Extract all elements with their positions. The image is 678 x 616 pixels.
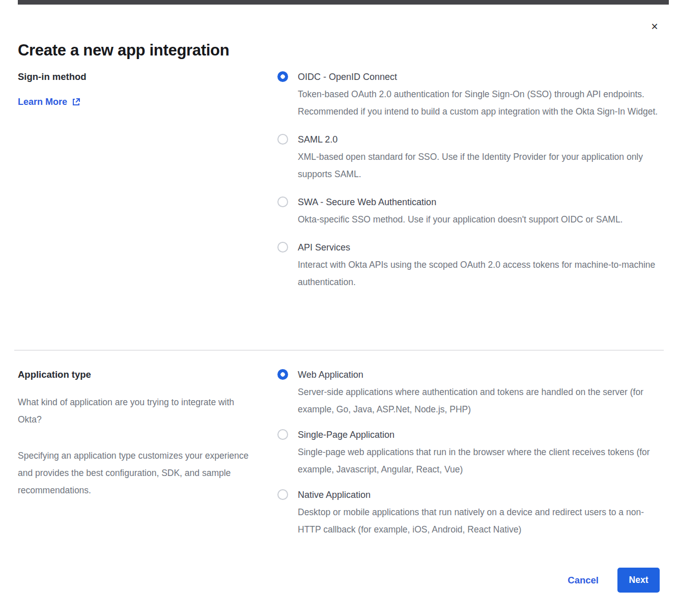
radio-option-description: Interact with Okta APIs using the scoped… bbox=[298, 256, 661, 291]
close-button[interactable]: × bbox=[647, 19, 662, 34]
learn-more-label: Learn More bbox=[18, 97, 67, 107]
learn-more-link[interactable]: Learn More bbox=[18, 97, 80, 107]
application-type-options: Web Application Server-side applications… bbox=[277, 369, 664, 549]
radio-button[interactable] bbox=[277, 134, 288, 145]
section-divider bbox=[14, 350, 664, 351]
radio-option[interactable]: SWA - Secure Web Authentication Okta-spe… bbox=[277, 196, 664, 228]
window-top-edge bbox=[18, 0, 669, 5]
radio-option[interactable]: OIDC - OpenID Connect Token-based OAuth … bbox=[277, 71, 664, 120]
radio-option-label: API Services bbox=[298, 241, 661, 254]
radio-button[interactable] bbox=[277, 369, 288, 380]
signin-method-options: OIDC - OpenID Connect Token-based OAuth … bbox=[277, 71, 664, 304]
signin-method-label: Sign-in method bbox=[18, 71, 277, 83]
close-icon: × bbox=[651, 20, 658, 33]
radio-button[interactable] bbox=[277, 242, 288, 253]
radio-option-label: Single-Page Application bbox=[298, 429, 661, 441]
radio-option-description: XML-based open standard for SSO. Use if … bbox=[298, 148, 661, 183]
cancel-button[interactable]: Cancel bbox=[568, 575, 599, 586]
radio-option-label: SAML 2.0 bbox=[298, 133, 661, 146]
signin-method-left-column: Sign-in method Learn More bbox=[18, 71, 277, 304]
radio-option-description: Okta-specific SSO method. Use if your ap… bbox=[298, 211, 623, 228]
radio-option-label: Web Application bbox=[298, 369, 661, 381]
application-type-label: Application type bbox=[18, 369, 277, 381]
radio-option-description: Token-based OAuth 2.0 authentication for… bbox=[298, 86, 661, 120]
radio-option-label: OIDC - OpenID Connect bbox=[298, 71, 661, 83]
application-type-description: Specifying an application type customize… bbox=[18, 447, 259, 499]
radio-option-label: SWA - Secure Web Authentication bbox=[298, 196, 623, 208]
radio-option[interactable]: SAML 2.0 XML-based open standard for SSO… bbox=[277, 133, 664, 183]
next-button[interactable]: Next bbox=[617, 568, 660, 593]
radio-button[interactable] bbox=[277, 429, 288, 440]
radio-option-description: Desktop or mobile applications that run … bbox=[298, 503, 661, 538]
signin-method-section: Sign-in method Learn More OIDC - OpenID … bbox=[18, 71, 664, 304]
radio-option[interactable]: Web Application Server-side applications… bbox=[277, 369, 664, 418]
dialog-footer: Cancel Next bbox=[568, 568, 660, 593]
application-type-section: Application type What kind of applicatio… bbox=[18, 369, 664, 549]
radio-option[interactable]: API Services Interact with Okta APIs usi… bbox=[277, 241, 664, 291]
radio-button[interactable] bbox=[277, 489, 288, 500]
application-type-left-column: Application type What kind of applicatio… bbox=[18, 369, 277, 549]
radio-option-description: Server-side applications where authentic… bbox=[298, 383, 661, 418]
dialog-title: Create a new app integration bbox=[18, 41, 229, 60]
radio-button[interactable] bbox=[277, 197, 288, 207]
radio-option-label: Native Application bbox=[298, 489, 661, 501]
radio-button[interactable] bbox=[277, 71, 288, 82]
radio-option[interactable]: Single-Page Application Single-page web … bbox=[277, 429, 664, 478]
external-link-icon bbox=[72, 98, 80, 106]
application-type-question: What kind of application are you trying … bbox=[18, 394, 259, 428]
radio-option[interactable]: Native Application Desktop or mobile app… bbox=[277, 489, 664, 538]
radio-option-description: Single-page web applications that run in… bbox=[298, 443, 661, 478]
